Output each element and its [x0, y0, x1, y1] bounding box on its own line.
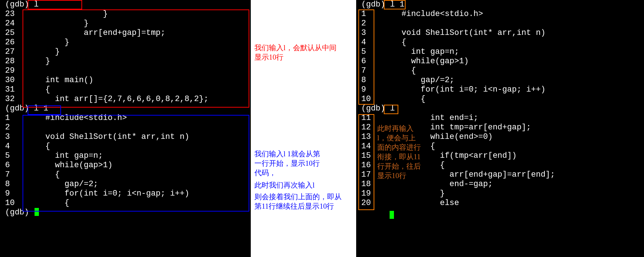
prompt-text: (gdb) — [5, 208, 34, 217]
code-line: 6 while(gap>1) — [356, 57, 644, 66]
line-number: 8 — [356, 76, 382, 85]
code-line: 7 { — [356, 66, 644, 76]
prompt-text: (gdb) l 1 — [361, 0, 404, 9]
code-line: 2 — [0, 123, 251, 132]
line-number: 25 — [0, 28, 26, 38]
line-number: 27 — [0, 47, 26, 57]
code-text: else — [382, 198, 459, 208]
annotation-text: 此时再输入 — [377, 124, 414, 133]
line-number: 9 — [0, 189, 26, 198]
code-line: 23 } — [0, 9, 251, 19]
line-number: 3 — [356, 28, 382, 38]
annotation-text: 我们输入l，会默认从中间 — [254, 43, 337, 52]
code-text: gap/=2; — [382, 76, 454, 85]
annotation-panel-middle: 我们输入l，会默认从中间 显示10行 我们输入l 1就会从第 一行开始，显示10… — [251, 0, 356, 257]
code-line: 19 } — [356, 189, 644, 198]
code-text: void ShellSort(int* arr,int n) — [26, 132, 189, 142]
code-line: 28 } — [0, 57, 251, 66]
prompt-text: (gdb) l 1 — [5, 104, 48, 113]
code-text: #include<stdio.h> — [382, 9, 483, 19]
annotation-text: 显示10行 — [377, 171, 406, 180]
code-text: while(gap>1) — [382, 57, 469, 66]
terminal-left: (gdb) l 23 } 24 } 25 arr[end+gap]=tmp; 2… — [0, 0, 251, 257]
line-number: 7 — [356, 66, 382, 76]
code-text: arr[end+gap]=arr[end]; — [382, 170, 555, 180]
prompt-text: (gdb) l — [5, 0, 39, 9]
cursor-icon — [390, 211, 394, 219]
gdb-prompt[interactable]: (gdb) — [0, 208, 251, 217]
gdb-prompt[interactable]: (gdb) l — [0, 0, 251, 9]
code-line: 18 end-=gap; — [356, 180, 644, 189]
code-line: 27 } — [0, 47, 251, 57]
line-number: 4 — [356, 38, 382, 47]
code-line: 1 #include<stdio.h> — [356, 9, 644, 19]
line-number: 1 — [356, 9, 382, 19]
code-line: 1 #include<stdio.h> — [0, 113, 251, 123]
code-text: { — [382, 95, 426, 104]
code-text: { — [382, 38, 406, 47]
code-line: 9 for(int i=0; i<n-gap; i++) — [356, 85, 644, 95]
code-text: int main() — [26, 76, 93, 85]
code-text: } — [26, 19, 89, 28]
annotation-text: 代码， — [254, 168, 276, 177]
code-line: 32 int arr[]={2,7,6,6,6,0,8,2,8,2}; — [0, 95, 251, 104]
line-number: 5 — [0, 151, 26, 161]
line-number: 26 — [0, 38, 26, 47]
code-text: } — [26, 9, 108, 19]
code-line: 4 { — [356, 38, 644, 47]
line-number: 6 — [356, 57, 382, 66]
code-line: 30 int main() — [0, 76, 251, 85]
code-line: 3 void ShellSort(int* arr,int n) — [0, 132, 251, 142]
code-text: } — [26, 38, 69, 47]
cursor-icon — [35, 208, 39, 216]
annotation-text: l，便会与上 — [377, 133, 416, 142]
line-number: 18 — [356, 180, 382, 189]
code-line: 2 — [356, 19, 644, 28]
line-number: 6 — [0, 161, 26, 170]
code-line: 8 gap/=2; — [0, 180, 251, 189]
line-number: 11 — [356, 113, 382, 123]
code-line: 3 void ShellSort(int* arr,int n) — [356, 28, 644, 38]
code-text: #include<stdio.h> — [26, 113, 127, 123]
line-number: 9 — [356, 85, 382, 95]
line-number: 23 — [0, 9, 26, 19]
line-number: 30 — [0, 76, 26, 85]
annotation-text: 则会接着我们上面的，即从 — [254, 192, 342, 201]
annotation-text: 衔接，即从11 — [377, 152, 420, 161]
code-text: for(int i=0; i<n-gap; i++) — [26, 189, 189, 198]
code-line: 31 { — [0, 85, 251, 95]
gdb-prompt[interactable]: (gdb) l 1 — [0, 104, 251, 113]
annotation-text: 面的内容进行 — [377, 142, 421, 152]
code-text: gap/=2; — [26, 180, 98, 189]
code-text: int gap=n; — [382, 47, 459, 57]
annotation-text: 我们输入l 1就会从第 — [254, 149, 320, 158]
annotation-text: 一行开始，显示10行 — [254, 158, 320, 168]
prompt-text: (gdb) l — [361, 104, 395, 113]
gdb-prompt[interactable]: (gdb) l — [356, 104, 644, 113]
code-text: end-=gap; — [382, 180, 493, 189]
code-text: void ShellSort(int* arr,int n) — [382, 28, 546, 38]
line-number: 29 — [0, 66, 26, 76]
code-line: 10 { — [0, 198, 251, 208]
line-number: 20 — [356, 198, 382, 208]
code-text: { — [26, 170, 60, 180]
code-text: int gap=n; — [26, 151, 103, 161]
line-number: 10 — [356, 95, 382, 104]
line-number: 10 — [0, 198, 26, 208]
code-line: 20 else — [356, 198, 644, 208]
line-number: 7 — [0, 170, 26, 180]
code-text: while(gap>1) — [26, 161, 113, 170]
line-number: 8 — [0, 180, 26, 189]
line-number: 1 — [0, 113, 26, 123]
code-line: 7 { — [0, 170, 251, 180]
annotation-text: 行开始，往后 — [377, 161, 421, 171]
annotation-text: 第11行继续往后显示10行 — [254, 201, 334, 211]
code-line: 4 { — [0, 142, 251, 151]
code-line: 26 } — [0, 38, 251, 47]
code-text: int arr[]={2,7,6,6,6,0,8,2,8,2}; — [26, 95, 209, 104]
code-text: } — [26, 57, 50, 66]
line-number: 3 — [0, 132, 26, 142]
code-text: } — [26, 47, 60, 57]
terminal-right: (gdb) l 1 1 #include<stdio.h> 2 3 void S… — [356, 0, 644, 257]
gdb-prompt[interactable]: (gdb) l 1 — [356, 0, 644, 9]
